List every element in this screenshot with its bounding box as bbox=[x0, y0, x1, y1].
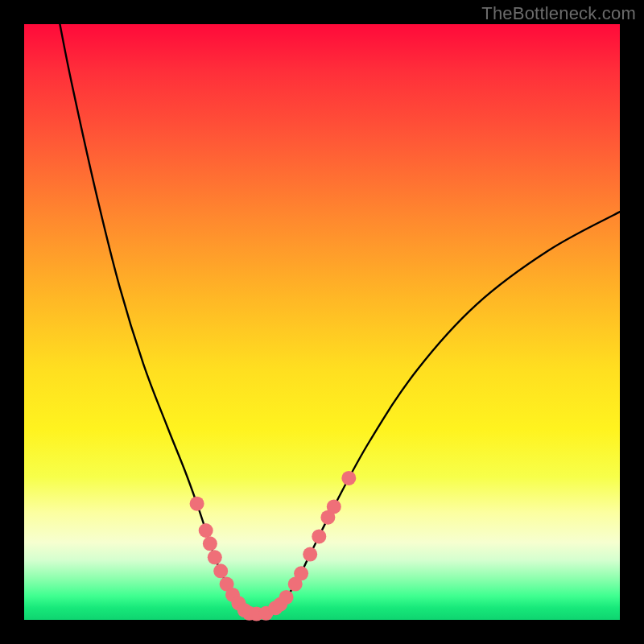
marker-dot bbox=[199, 523, 213, 538]
marker-dot bbox=[303, 547, 317, 562]
marker-dot bbox=[312, 529, 326, 543]
marker-dot bbox=[190, 497, 204, 511]
marker-dot bbox=[341, 471, 356, 485]
marker-dot bbox=[294, 566, 308, 580]
chart-frame: TheBottleneck.com bbox=[0, 0, 644, 644]
highlight-points bbox=[190, 471, 357, 621]
watermark-text: TheBottleneck.com bbox=[481, 3, 636, 24]
marker-dot bbox=[279, 590, 294, 605]
marker-dot bbox=[203, 536, 217, 551]
marker-dot bbox=[208, 550, 222, 564]
marker-dot bbox=[213, 564, 228, 578]
marker-dot bbox=[327, 499, 341, 514]
curve-path bbox=[60, 24, 620, 614]
bottleneck-curve bbox=[60, 24, 620, 614]
chart-overlay bbox=[24, 24, 620, 620]
